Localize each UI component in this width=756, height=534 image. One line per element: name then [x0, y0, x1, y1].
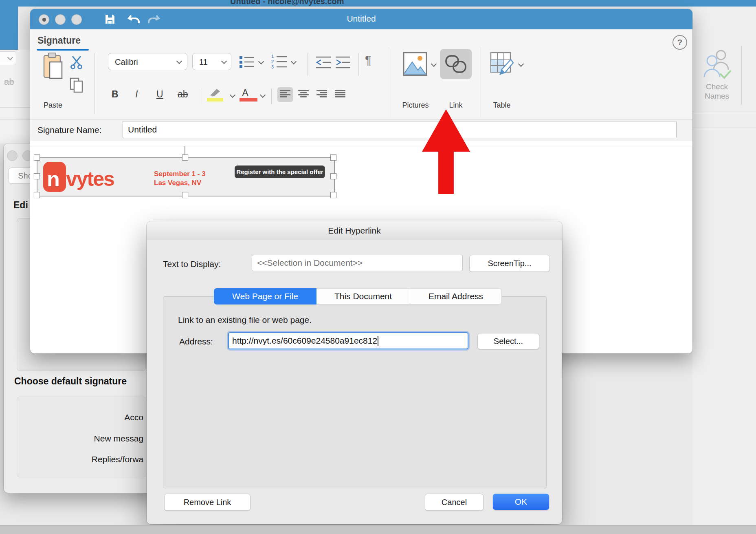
tab-web-page-or-file[interactable]: Web Page or File — [214, 288, 316, 305]
signature-name-label: Signature Name: — [37, 125, 102, 135]
svg-text:2: 2 — [271, 59, 274, 64]
event-location-line: Las Vegas, NV — [154, 179, 206, 188]
tab-label: This Document — [334, 291, 392, 301]
paste-button-label[interactable]: Paste — [37, 101, 68, 110]
link-icon — [444, 53, 467, 75]
font-family-select[interactable]: Calibri — [108, 53, 187, 70]
background-blue-corner — [0, 0, 18, 50]
cut-scissors-icon[interactable] — [69, 55, 84, 69]
pictures-chevron-icon[interactable] — [431, 61, 437, 67]
check-names-icon — [702, 49, 732, 83]
svg-text:3: 3 — [271, 64, 274, 69]
font-color-bar — [240, 98, 257, 102]
select-button[interactable]: Select... — [477, 333, 539, 349]
background-strike-icon[interactable]: ab — [4, 77, 14, 87]
help-button[interactable]: ? — [672, 35, 687, 50]
nvytes-logo-letter: n — [47, 168, 60, 190]
numbered-list-chevron-icon[interactable] — [291, 59, 297, 64]
tab-signature-label: Signature — [37, 35, 81, 46]
canvas-top-border — [30, 146, 692, 146]
font-color-button[interactable]: A — [242, 87, 248, 99]
tab-email-address[interactable]: Email Address — [410, 288, 502, 305]
bulleted-list-icon[interactable] — [239, 55, 255, 69]
cancel-button[interactable]: Cancel — [425, 494, 483, 511]
nvytes-logo-word: vytes — [66, 167, 114, 191]
selection-handle[interactable] — [182, 154, 188, 161]
align-left-button[interactable] — [277, 87, 293, 102]
check-names-label-line1: Check — [695, 82, 739, 91]
text-to-display-input[interactable] — [252, 255, 463, 271]
selection-handle[interactable] — [34, 154, 40, 161]
screentip-button[interactable]: ScreenTip... — [469, 255, 550, 272]
selection-handle[interactable] — [330, 192, 336, 198]
tab-this-document[interactable]: This Document — [316, 288, 410, 305]
signature-name-row: Signature Name: — [30, 119, 692, 141]
font-color-chevron-icon[interactable] — [260, 92, 266, 98]
align-right-button[interactable] — [314, 89, 330, 104]
address-input[interactable]: http://nvyt.es/60c609e24580a91ec812 — [228, 332, 468, 349]
align-center-button[interactable] — [296, 89, 311, 104]
pilcrow-button[interactable]: ¶ — [365, 53, 371, 67]
divider — [0, 107, 30, 108]
dialog-titlebar[interactable]: Edit Hyperlink — [147, 221, 562, 240]
replies-forwards-row-label: Replies/forwa — [92, 455, 143, 464]
pictures-button-label[interactable]: Pictures — [399, 101, 432, 110]
paste-clipboard-icon[interactable] — [42, 52, 64, 79]
italic-button[interactable]: I — [135, 89, 138, 100]
signature-event-dates: September 1 - 3 Las Vegas, NV — [154, 170, 206, 188]
chevron-down-icon — [221, 58, 227, 64]
font-size-value: 11 — [199, 57, 208, 66]
highlight-color-bar — [207, 98, 223, 102]
editor-titlebar[interactable]: Untitled — [30, 9, 692, 29]
divider — [692, 112, 756, 112]
bulleted-list-chevron-icon[interactable] — [258, 59, 264, 64]
editor-window-title: Untitled — [30, 14, 692, 24]
tab-signature[interactable]: Signature — [37, 35, 81, 46]
divider — [481, 47, 481, 117]
text-to-display-label: Text to Display: — [163, 259, 221, 269]
highlight-pen-icon[interactable] — [208, 87, 222, 97]
justify-button[interactable] — [332, 89, 348, 104]
font-size-select[interactable]: 11 — [192, 53, 231, 70]
strikethrough-button[interactable]: ab — [178, 89, 188, 100]
account-row-label: Acco — [124, 413, 143, 422]
link-button[interactable] — [440, 49, 472, 79]
selection-handle[interactable] — [182, 192, 188, 198]
selection-handle[interactable] — [34, 192, 40, 198]
remove-link-label: Remove Link — [184, 498, 231, 507]
background-dropdown-left[interactable] — [0, 51, 16, 65]
underline-button[interactable]: U — [156, 89, 163, 100]
increase-indent-icon[interactable] — [335, 55, 351, 69]
background-window-title-clipped: Untitled - nicole@nvytes.com — [226, 0, 401, 7]
link-type-tabs: Web Page or File This Document Email Add… — [214, 288, 502, 305]
signature-image-selection[interactable]: n vytes September 1 - 3 Las Vegas, NV Re… — [37, 157, 335, 196]
selection-handle[interactable] — [330, 173, 336, 179]
table-icon[interactable] — [490, 51, 515, 77]
new-message-row-label: New messag — [94, 434, 143, 444]
tab-active-underline — [37, 49, 89, 51]
ok-button-label: OK — [515, 497, 527, 507]
bold-button[interactable]: B — [112, 89, 119, 100]
signature-name-input[interactable] — [123, 121, 677, 138]
traffic-light[interactable] — [7, 150, 18, 161]
check-names-group[interactable]: Check Names — [695, 43, 739, 104]
ok-button[interactable]: OK — [493, 494, 549, 510]
text-caret — [378, 336, 378, 346]
decrease-indent-icon[interactable] — [315, 55, 332, 69]
numbered-list-icon[interactable]: 1 2 3 — [270, 54, 288, 69]
pictures-icon[interactable] — [402, 51, 428, 77]
chevron-down-icon — [176, 58, 182, 64]
highlight-chevron-icon[interactable] — [230, 92, 235, 98]
link-button-label[interactable]: Link — [440, 101, 472, 110]
svg-text:1: 1 — [271, 54, 274, 59]
divider — [199, 89, 199, 104]
selection-handle[interactable] — [330, 154, 336, 161]
selection-handle[interactable] — [34, 173, 40, 179]
choose-default-signature-heading: Choose default signature — [14, 376, 169, 387]
table-chevron-icon[interactable] — [518, 61, 524, 67]
divider — [271, 89, 272, 104]
table-button-label[interactable]: Table — [486, 101, 518, 110]
divider — [388, 47, 388, 117]
copy-icon[interactable] — [68, 77, 85, 93]
remove-link-button[interactable]: Remove Link — [164, 494, 251, 511]
